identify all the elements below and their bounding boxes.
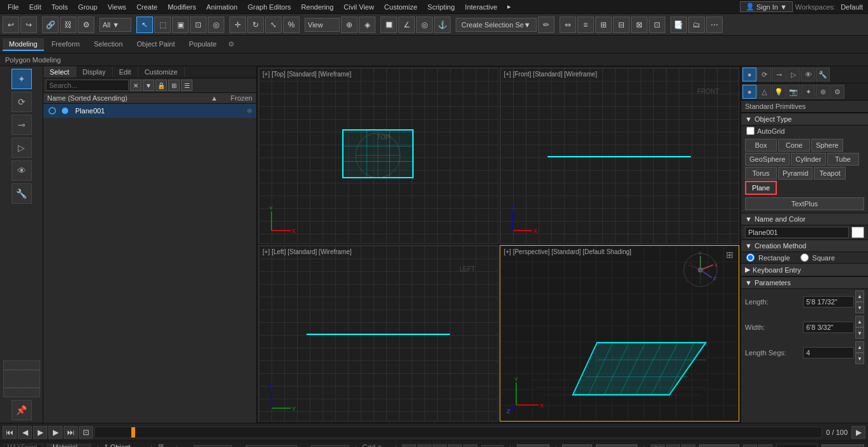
menu-interactive[interactable]: Interactive [460, 2, 503, 12]
rp-shape-icon[interactable]: △ [757, 85, 771, 99]
rp-display-icon[interactable]: 👁 [801, 67, 815, 82]
filter-dropdown[interactable]: All ▼ [99, 18, 131, 32]
angle-snap-button[interactable]: ∠ [398, 17, 415, 33]
rp-sphere-icon[interactable]: ● [742, 67, 756, 82]
add-time-tag-button[interactable]: Add Time Tag [821, 444, 864, 448]
align-view-button[interactable]: ⊞ [595, 17, 612, 33]
ribbon-option[interactable]: ⚙ [224, 40, 238, 48]
viewport-nav-1[interactable] [3, 360, 40, 397]
rp-length-segs-down[interactable]: ▼ [855, 353, 864, 364]
viewport-left[interactable]: [+] [Left] [Standard] [Wireframe] LEFT Y… [258, 245, 498, 422]
rp-teapot-btn[interactable]: Teapot [814, 167, 846, 180]
scene-tab-display[interactable]: Display [76, 66, 113, 78]
create-panel-icon[interactable]: ✦ [11, 69, 32, 89]
sb-icon-btn-1[interactable]: ⊡ [666, 444, 680, 448]
menu-views[interactable]: Views [103, 2, 131, 12]
rp-name-color-header[interactable]: ▼ Name and Color [741, 213, 868, 225]
scene-tab-customize[interactable]: Customize [138, 66, 185, 78]
rp-width-spinner[interactable] [803, 322, 854, 333]
rp-name-input[interactable] [745, 227, 849, 238]
rp-length-spinner[interactable] [803, 296, 854, 308]
auto-key-button[interactable]: Auto Key [517, 444, 549, 448]
rp-hierarchy-icon[interactable]: ⊸ [772, 67, 786, 82]
menu-civil-view[interactable]: Civil View [338, 2, 379, 12]
sb-play-next-frame[interactable]: ▶ [448, 444, 462, 448]
material-editor-label[interactable]: Material Editor [47, 444, 91, 448]
move-button[interactable]: ✛ [229, 17, 246, 33]
rotate-button[interactable]: ↻ [247, 17, 264, 33]
timeline-track[interactable] [94, 427, 822, 438]
menu-edit[interactable]: Edit [24, 2, 47, 12]
scene-tab-edit[interactable]: Edit [113, 66, 138, 78]
scene-options-btn[interactable]: ☰ [181, 80, 192, 91]
scene-lock-btn[interactable]: 🔒 [156, 80, 167, 91]
scale-button[interactable]: ⤡ [265, 17, 282, 33]
utilities-panel-icon[interactable]: 🔧 [11, 183, 32, 204]
rp-box-btn[interactable]: Box [745, 139, 777, 152]
align-to-layer-button[interactable]: ⊟ [613, 17, 630, 33]
sb-time-btn[interactable]: ⏱ [758, 444, 772, 448]
rp-parameters-header[interactable]: ▼ Parameters [741, 276, 868, 289]
tab-selection[interactable]: Selection [87, 38, 129, 51]
rp-keyboard-entry-header[interactable]: ▶ Keyboard Entry [741, 263, 868, 276]
rp-length-down[interactable]: ▼ [855, 302, 864, 313]
menu-rendering[interactable]: Rendering [296, 2, 339, 12]
set-key-button[interactable]: Set Key [562, 444, 591, 448]
select-object-button[interactable]: ↖ [136, 17, 153, 33]
viewport-perspective[interactable]: [+] [Perspective] [Standard] [Default Sh… [500, 245, 740, 422]
scene-search-clear[interactable]: ✕ [130, 80, 141, 91]
unlink-button[interactable]: ⛓ [60, 17, 76, 33]
bind-button[interactable]: ⚙ [78, 17, 94, 33]
tab-freeform[interactable]: Freeform [45, 38, 87, 51]
display-panel-icon[interactable]: 👁 [11, 160, 32, 181]
rp-tube-btn[interactable]: Tube [827, 153, 859, 166]
rp-length-segs-spinner[interactable] [803, 347, 854, 358]
paint-select-button[interactable]: ◎ [208, 17, 224, 33]
rp-spacewarp-icon[interactable]: ⊛ [816, 85, 830, 99]
rp-object-type-header[interactable]: ▼ Object Type [741, 113, 868, 125]
rp-square-radio[interactable] [800, 253, 809, 262]
z-coord-input[interactable] [311, 445, 349, 448]
timeline-next-button[interactable]: ⏭ [64, 426, 78, 439]
create-selection-button[interactable]: Create Selection Se ▼ [456, 18, 537, 32]
sb-play-prev-frame[interactable]: ◀ [417, 444, 431, 448]
select-region-button[interactable]: ⬚ [154, 17, 171, 33]
percent-snap-button[interactable]: % [283, 17, 300, 33]
rp-rectangle-radio[interactable] [746, 253, 755, 262]
select-window-button[interactable]: ▣ [172, 17, 189, 33]
sb-icon-btn-2[interactable]: ⊞ [681, 444, 695, 448]
tab-object-paint[interactable]: Object Paint [131, 38, 182, 51]
rp-pyramid-btn[interactable]: Pyramid [778, 167, 813, 180]
sign-in-button[interactable]: 👤 Sign In ▼ [740, 1, 793, 12]
tab-populate[interactable]: Populate [182, 38, 222, 51]
sb-play-stop[interactable]: ■ [433, 444, 447, 448]
timeline-prev-button[interactable]: ⏮ [3, 426, 17, 439]
selected-dropdown[interactable]: Selected ▼ [596, 444, 638, 448]
link-button[interactable]: 🔗 [42, 17, 59, 33]
timeline-next-frame-button[interactable]: ▶ [48, 426, 62, 439]
rp-sphere-btn[interactable]: Sphere [811, 139, 843, 152]
timeline-play-button[interactable]: ▶ [33, 426, 47, 439]
rp-width-up[interactable]: ▲ [855, 316, 864, 327]
frame-input[interactable] [481, 445, 503, 448]
rp-cone-btn[interactable]: Cone [778, 139, 810, 152]
timeline-expand-button[interactable]: ▶ [851, 426, 865, 439]
menu-modifiers[interactable]: Modifiers [163, 2, 201, 12]
sb-settings-btn[interactable]: ⚙ [743, 444, 757, 448]
menu-group[interactable]: Group [73, 2, 103, 12]
lasso-select-button[interactable]: ⊡ [190, 17, 206, 33]
viewport-front[interactable]: [+] [Front] [Standard] [Wireframe] FRONT… [500, 67, 740, 244]
menu-more[interactable]: ▸ [502, 1, 516, 12]
scene-filter-btn[interactable]: ▼ [143, 80, 154, 91]
rp-modify-icon[interactable]: ⟳ [757, 67, 771, 82]
scene-layout-btn[interactable]: ⊞ [168, 80, 180, 91]
rp-geometry-icon[interactable]: ● [742, 85, 756, 99]
scene-explorer-button[interactable]: 🗂 [688, 17, 705, 33]
layer-manager-button[interactable]: 📑 [670, 17, 687, 33]
sb-play-next[interactable]: ⏭ [463, 444, 477, 448]
rp-length-up[interactable]: ▲ [855, 290, 864, 302]
rp-helper-icon[interactable]: ✦ [801, 85, 815, 99]
rp-textplus-btn[interactable]: TextPlus [745, 197, 864, 210]
edit-named-sel-button[interactable]: ✏ [538, 17, 554, 33]
pin-button[interactable]: 📌 [11, 400, 32, 420]
